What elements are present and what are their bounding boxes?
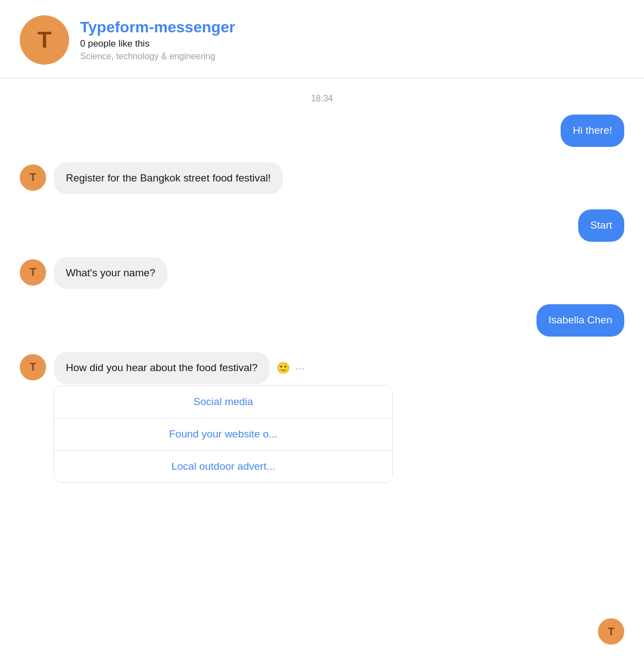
message-row-received-1: T Register for the Bangkok street food f… [20, 162, 624, 195]
message-bubble-received-1: Register for the Bangkok street food fes… [54, 162, 283, 195]
bottom-avatar-letter: T [608, 625, 614, 638]
message-row-received-2: T What's your name? [20, 257, 624, 289]
bottom-avatar[interactable]: T [598, 618, 624, 645]
question-bubble: How did you hear about the food festival… [54, 352, 270, 384]
option-website[interactable]: Found your website o... [54, 418, 392, 451]
avatar-letter: T [37, 27, 52, 53]
message-row-sent-1: Hi there! [20, 115, 624, 147]
option-outdoor[interactable]: Local outdoor advert... [54, 451, 392, 482]
option-social-media[interactable]: Social media [54, 386, 392, 418]
more-icon[interactable]: ··· [296, 362, 305, 374]
message-bubble-received-2: What's your name? [54, 257, 167, 289]
page-header: T Typeform-messenger 0 people like this … [0, 0, 644, 78]
header-info: Typeform-messenger 0 people like this Sc… [80, 19, 235, 61]
bot-avatar-letter-2: T [30, 266, 36, 278]
timestamp-row: 18:34 [20, 78, 624, 115]
question-block: T How did you hear about the food festiv… [20, 352, 393, 483]
options-container: Social media Found your website o... Loc… [54, 385, 393, 483]
bot-avatar-1: T [20, 164, 46, 191]
app-name: Typeform-messenger [80, 19, 235, 36]
likes-count: 0 people like this [80, 38, 235, 49]
bot-avatar-letter-3: T [30, 361, 36, 373]
message-bubble-sent-1: Hi there! [561, 115, 624, 147]
message-bubble-sent-3: Isabella Chen [536, 304, 624, 337]
question-icons: 🙂 ··· [276, 361, 305, 374]
question-content: How did you hear about the food festival… [54, 352, 393, 384]
chat-area: 18:34 Hi there! T Register for the Bangk… [0, 78, 644, 498]
emoji-icon: 🙂 [276, 361, 290, 374]
bot-avatar-letter-1: T [30, 171, 36, 184]
message-row-sent-3: Isabella Chen [20, 304, 624, 337]
bot-avatar-3: T [20, 354, 46, 380]
message-row-sent-2: Start [20, 209, 624, 242]
app-avatar: T [20, 15, 69, 65]
question-bubble-row: How did you hear about the food festival… [54, 352, 393, 384]
question-row: T How did you hear about the food festiv… [20, 352, 393, 384]
timestamp: 18:34 [311, 94, 333, 104]
bot-avatar-2: T [20, 259, 46, 286]
category: Science, technology & engineering [80, 52, 235, 61]
message-bubble-sent-2: Start [578, 209, 624, 242]
